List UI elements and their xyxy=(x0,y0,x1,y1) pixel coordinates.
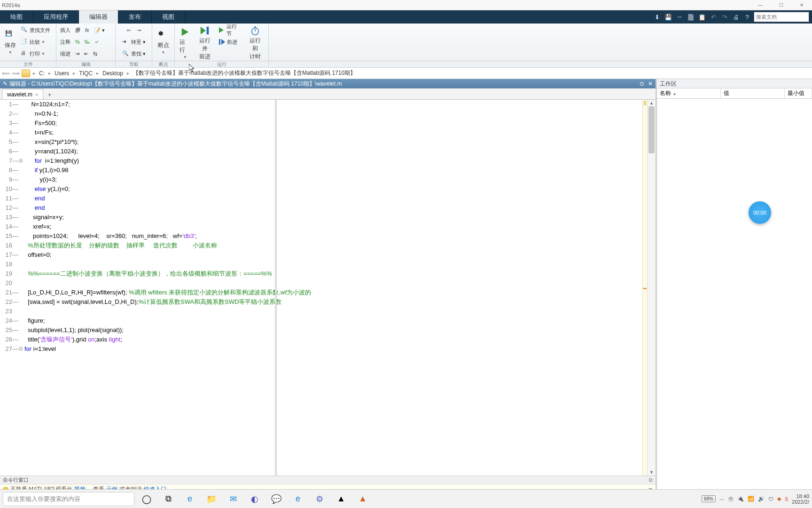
tab-plot[interactable]: 绘图 xyxy=(0,10,33,24)
doc-search-input[interactable] xyxy=(754,12,809,22)
tray-ime-icon[interactable]: ㊥ xyxy=(728,495,734,502)
tab-editor[interactable]: 编辑器 xyxy=(79,10,118,24)
mail-icon[interactable]: ✉ xyxy=(224,492,242,507)
import-icon[interactable]: ⬇ xyxy=(651,10,663,24)
settings-icon[interactable]: ⚙ xyxy=(310,492,329,507)
matlab-icon[interactable]: ▲ xyxy=(353,492,372,507)
editor-scrollbar[interactable]: ▲ ▼ xyxy=(647,100,656,476)
breadcrumb-users[interactable]: Users xyxy=(54,70,70,77)
run-time-button[interactable]: 运行和 计时 xyxy=(244,24,266,62)
code-line[interactable]: 16 %所处理数据的长度 分解的级数 抽样率 迭代次数 小波名称 xyxy=(0,241,656,250)
paste-icon[interactable]: 📋 xyxy=(696,10,708,24)
code-line[interactable]: 20 xyxy=(0,278,656,288)
code-editor[interactable]: 1— N=1024;n1=7;2— n=0:N-1;3— Fs=500;4— t… xyxy=(0,100,656,476)
code-line[interactable]: 5— x=sin(2*pi*10*t); xyxy=(0,137,656,147)
window-close[interactable]: ✕ xyxy=(791,0,812,10)
edge-icon[interactable]: e xyxy=(180,492,199,507)
code-line[interactable]: 9— y(i)=3; xyxy=(0,175,656,184)
uncomment-icon[interactable]: ‰ xyxy=(83,39,92,45)
code-line[interactable]: 23 xyxy=(0,307,656,316)
code-line[interactable]: 24— figure; xyxy=(0,316,656,325)
marker-icon[interactable]: 📝 ▾ xyxy=(92,27,107,34)
code-line[interactable]: 2— n=0:N-1; xyxy=(0,109,656,119)
code-line[interactable]: 4— t=n/Fs; xyxy=(0,128,656,137)
scroll-thumb[interactable] xyxy=(648,106,655,153)
code-line[interactable]: 7—⊟ for i=1:length(y) xyxy=(0,156,656,166)
code-line[interactable]: 1— N=1024;n1=7; xyxy=(0,100,656,109)
breadcrumb-tiqc[interactable]: TIQC xyxy=(78,70,94,77)
run-section-button[interactable]: 运行节 xyxy=(216,23,244,38)
code-line[interactable]: 18 xyxy=(0,260,656,269)
tray-wifi-icon[interactable]: 📶 xyxy=(748,496,754,502)
nav-back-icon[interactable]: ⟸ xyxy=(2,70,10,77)
window-maximize[interactable]: ☐ xyxy=(771,0,791,10)
code-line[interactable]: 10— else y(1,i)=0; xyxy=(0,184,656,194)
tab-view[interactable]: 视图 xyxy=(152,10,185,24)
find-button[interactable]: 🔍查找 ▾ xyxy=(120,50,148,58)
tab-publish[interactable]: 发布 xyxy=(118,10,152,24)
fx-icon[interactable]: fx xyxy=(83,27,91,33)
nav-fwd-icon[interactable]: ⟹ xyxy=(12,70,20,77)
print-icon[interactable]: 🖨 xyxy=(730,10,742,24)
run-advance-button[interactable]: 运行并 前进 xyxy=(194,24,216,62)
app-icon[interactable]: ▲ xyxy=(332,492,351,507)
timer-badge[interactable]: 00:00 xyxy=(749,201,771,224)
code-line[interactable]: 19 %%======二进制小波变换（离散平稳小波变换），给出各级概貌和细节波形… xyxy=(0,269,656,278)
code-line[interactable]: 8— if y(1,i)>0.98 xyxy=(0,166,656,175)
ie-icon[interactable]: e xyxy=(289,492,307,507)
smart-indent-icon[interactable]: ⇆ xyxy=(91,50,99,57)
tray-app2-icon[interactable]: S xyxy=(785,496,788,502)
pane-dropdown-icon[interactable]: ⊙ xyxy=(640,80,644,87)
teams-icon[interactable]: ◐ xyxy=(245,492,264,507)
code-line[interactable]: 14— xref=x; xyxy=(0,222,656,231)
wrap-comment-icon[interactable]: ⤶ xyxy=(93,39,101,46)
advance-button[interactable]: 前进 xyxy=(216,38,239,46)
code-line[interactable]: 22— [swa,swd] = swt(signal,level,Lo_D,Hi… xyxy=(0,297,656,307)
copy-icon[interactable]: 📄 xyxy=(685,10,696,24)
explorer-icon[interactable]: 📁 xyxy=(202,492,221,507)
ws-col-name[interactable]: 名称▲ xyxy=(657,88,721,98)
cmd-dropdown-icon[interactable]: ⊙ xyxy=(648,477,653,483)
tray-chevron-icon[interactable]: ︿ xyxy=(719,495,725,502)
wechat-icon[interactable]: 💬 xyxy=(267,492,286,507)
scroll-down-icon[interactable]: ▼ xyxy=(648,469,656,476)
cortana-icon[interactable]: ◯ xyxy=(137,492,156,507)
scroll-up-icon[interactable]: ▲ xyxy=(648,100,656,106)
nav-back-icon[interactable]: ⬅ xyxy=(125,27,133,34)
code-minimap[interactable] xyxy=(642,100,647,476)
tray-volume-icon[interactable]: 🔊 xyxy=(758,496,765,502)
ws-col-min[interactable]: 最小值 xyxy=(785,88,812,98)
print-button[interactable]: 🖨打印 ▼ xyxy=(19,49,47,58)
tray-app1-icon[interactable]: ◆ xyxy=(777,496,781,502)
comment-button[interactable]: 注释 xyxy=(58,38,72,46)
run-button[interactable]: 运行 ▼ xyxy=(177,24,194,62)
breakpoints-button[interactable]: ⬢ 断点 ▼ xyxy=(154,24,172,60)
redo-icon[interactable]: ↷ xyxy=(719,10,730,24)
comment-pct-icon[interactable]: % xyxy=(73,39,82,45)
save-button[interactable]: 💾 保存 ▼ xyxy=(2,24,19,60)
indent-button[interactable]: 缩进 xyxy=(58,50,72,58)
code-line[interactable]: 13— signal=x+y; xyxy=(0,213,656,222)
breadcrumb-desktop[interactable]: Desktop xyxy=(102,70,124,77)
ws-col-value[interactable]: 值 xyxy=(721,88,785,98)
close-file-icon[interactable]: × xyxy=(35,92,38,97)
code-line[interactable]: 15— points=1024; level=4; sr=360; num_in… xyxy=(0,231,656,241)
cut-icon[interactable]: ✂ xyxy=(674,10,685,24)
folder-icon[interactable] xyxy=(22,70,30,77)
taskbar-search[interactable]: 在这里输入你要搜索的内容 xyxy=(3,492,134,506)
code-line[interactable]: 21— [Lo_D,Hi_D,Lo_R,Hi_R]=wfilters(wf); … xyxy=(0,288,656,297)
new-file-tab[interactable]: + xyxy=(44,90,55,99)
insert-button[interactable]: 插入 xyxy=(58,26,72,34)
save-icon[interactable]: 💾 xyxy=(663,10,674,24)
breadcrumb-c[interactable]: C: xyxy=(38,70,46,77)
section-icon[interactable]: 🗐 xyxy=(73,27,82,33)
pane-close-icon[interactable]: ✕ xyxy=(648,80,653,87)
window-minimize[interactable]: — xyxy=(750,0,771,10)
breadcrumb-folder[interactable]: 【数字信号去噪】基于matlab改进的小波模极大值数字信号去噪【含Matlab源… xyxy=(132,69,357,77)
editor-splitter[interactable] xyxy=(275,100,277,476)
code-line[interactable]: 17— offset=0; xyxy=(0,250,656,260)
battery-indicator[interactable]: 68% xyxy=(702,495,716,502)
code-line[interactable]: 26— title('含噪声信号'),grid on;axis tight; xyxy=(0,335,656,344)
code-line[interactable]: 3— Fs=500; xyxy=(0,119,656,128)
taskview-icon[interactable]: ⧉ xyxy=(159,492,178,507)
